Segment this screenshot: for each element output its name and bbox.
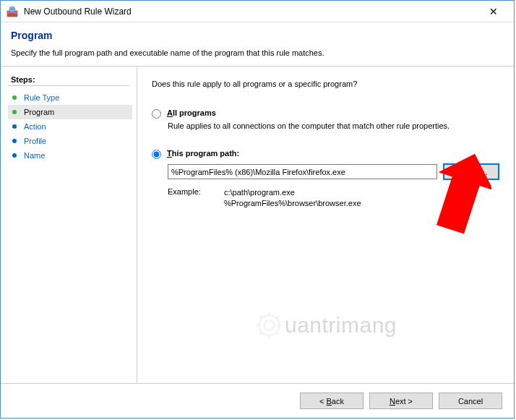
footer: < Back Next > Cancel bbox=[1, 383, 514, 418]
svg-line-14 bbox=[275, 316, 278, 319]
bullet-icon bbox=[12, 153, 17, 158]
bullet-icon bbox=[12, 124, 17, 129]
steps-heading: Steps: bbox=[8, 74, 129, 86]
firewall-icon bbox=[7, 6, 18, 17]
prompt-text: Does this rule apply to all programs or … bbox=[152, 80, 499, 88]
titlebar: New Outbound Rule Wizard ✕ bbox=[1, 1, 514, 22]
radio-this-path[interactable] bbox=[152, 150, 161, 159]
all-programs-desc: Rule applies to all connections on the c… bbox=[168, 121, 499, 130]
close-icon[interactable]: ✕ bbox=[479, 1, 508, 22]
step-action[interactable]: Action bbox=[8, 119, 132, 134]
cancel-button[interactable]: Cancel bbox=[439, 393, 502, 409]
svg-line-15 bbox=[259, 332, 262, 335]
svg-point-6 bbox=[259, 315, 279, 335]
bullet-icon bbox=[12, 95, 17, 100]
path-row: Browse... bbox=[168, 163, 499, 180]
step-label: Name bbox=[24, 151, 45, 160]
svg-rect-1 bbox=[7, 11, 10, 14]
svg-point-7 bbox=[264, 320, 274, 330]
wizard-header: Program Specify the full program path an… bbox=[1, 22, 514, 66]
content-pane: Does this rule apply to all programs or … bbox=[137, 67, 514, 383]
step-label: Rule Type bbox=[24, 93, 59, 102]
bullet-icon bbox=[12, 139, 17, 143]
svg-line-13 bbox=[275, 332, 278, 335]
example-values: c:\path\program.exe %ProgramFiles%\brows… bbox=[224, 187, 361, 209]
step-rule-type[interactable]: Rule Type bbox=[8, 90, 132, 105]
watermark: uantrimang bbox=[254, 311, 397, 340]
step-name[interactable]: Name bbox=[8, 148, 132, 163]
browse-button[interactable]: Browse... bbox=[443, 163, 499, 180]
step-label: Program bbox=[24, 108, 54, 116]
example-label: Example: bbox=[168, 187, 224, 209]
back-button[interactable]: < Back bbox=[300, 393, 364, 409]
radio-all-programs[interactable] bbox=[152, 109, 161, 119]
step-label: Profile bbox=[24, 137, 46, 145]
this-path-label: This program path: bbox=[167, 149, 239, 158]
option-all-programs[interactable]: All programs bbox=[152, 108, 499, 119]
step-label: Action bbox=[24, 122, 46, 131]
option-this-path[interactable]: This program path: bbox=[152, 149, 499, 159]
bullet-icon bbox=[12, 110, 17, 114]
step-program[interactable]: Program bbox=[8, 105, 132, 119]
steps-sidebar: Steps: Rule Type Program Action Profile … bbox=[1, 67, 137, 383]
next-button[interactable]: Next > bbox=[369, 393, 433, 409]
wizard-window: New Outbound Rule Wizard ✕ Program Speci… bbox=[0, 0, 515, 419]
step-profile[interactable]: Profile bbox=[8, 134, 132, 148]
page-description: Specify the full program path and execut… bbox=[11, 48, 504, 57]
window-title: New Outbound Rule Wizard bbox=[24, 7, 479, 17]
example-row: Example: c:\path\program.exe %ProgramFil… bbox=[168, 187, 499, 209]
all-programs-label: All programs bbox=[167, 108, 216, 117]
program-path-input[interactable] bbox=[168, 164, 437, 179]
svg-line-12 bbox=[259, 316, 262, 319]
page-title: Program bbox=[11, 30, 504, 41]
wizard-body: Steps: Rule Type Program Action Profile … bbox=[1, 67, 514, 383]
